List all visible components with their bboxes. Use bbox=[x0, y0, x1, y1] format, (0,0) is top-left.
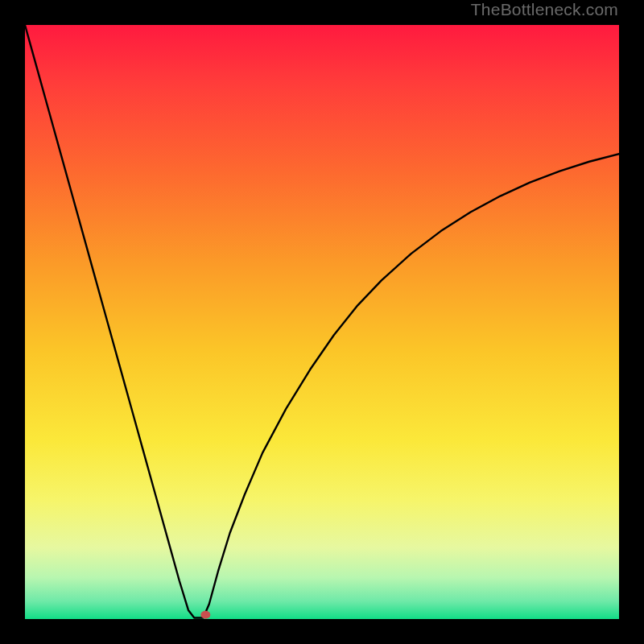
chart-svg bbox=[25, 25, 619, 619]
watermark-text: TheBottleneck.com bbox=[471, 0, 618, 19]
optimal-marker bbox=[200, 611, 210, 619]
plot-area bbox=[25, 25, 619, 619]
gradient-background bbox=[25, 25, 619, 619]
chart-frame: TheBottleneck.com bbox=[0, 0, 644, 644]
